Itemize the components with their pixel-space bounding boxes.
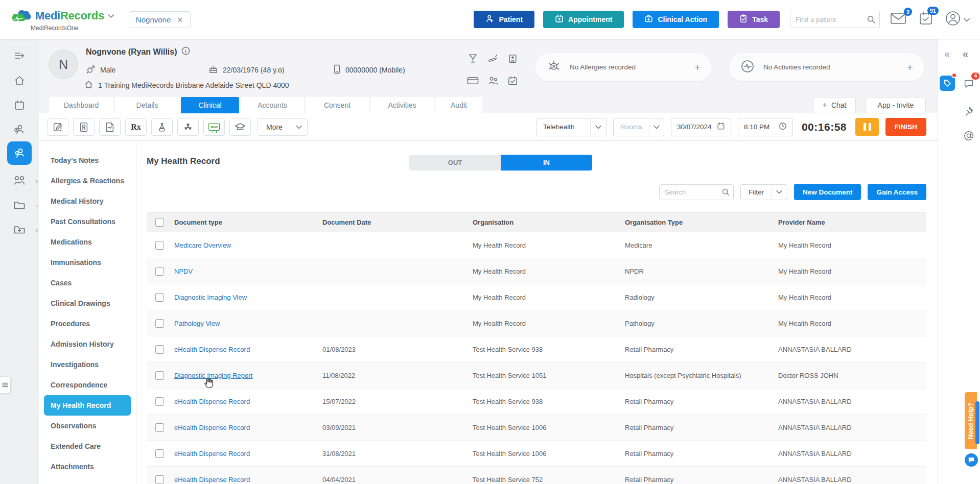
close-icon[interactable]: ✕ bbox=[177, 16, 183, 23]
pause-button[interactable] bbox=[855, 118, 879, 136]
app-invite-button[interactable]: App - Invite bbox=[866, 97, 926, 113]
toggle-out[interactable]: OUT bbox=[409, 155, 501, 171]
document-type-link[interactable]: eHealth Dispense Record bbox=[174, 424, 250, 431]
letter-button[interactable] bbox=[99, 118, 121, 136]
certificate-button[interactable] bbox=[73, 118, 95, 136]
tab-activities[interactable]: Activities bbox=[370, 97, 434, 113]
appointments-calendar-icon[interactable] bbox=[507, 76, 518, 88]
row-checkbox[interactable] bbox=[155, 449, 164, 458]
tab-accounts[interactable]: Accounts bbox=[241, 97, 304, 113]
add-activity-button[interactable]: + bbox=[897, 61, 913, 74]
alcohol-icon[interactable] bbox=[468, 53, 478, 66]
medicare-card-icon[interactable] bbox=[467, 76, 479, 88]
rooms-select[interactable]: Rooms bbox=[613, 118, 664, 136]
chat-button[interactable]: + Chat bbox=[813, 97, 856, 113]
sidebar-item-clinical-drawings[interactable]: Clinical Drawings bbox=[44, 293, 131, 313]
document-type-link[interactable]: eHealth Dispense Record bbox=[174, 476, 250, 483]
sidebar-item-today-s-notes[interactable]: Today's Notes bbox=[44, 150, 131, 171]
task-button[interactable]: Task bbox=[728, 11, 780, 28]
appointment-button[interactable]: Appointment bbox=[543, 11, 624, 28]
groups-icon[interactable]: › bbox=[7, 170, 32, 191]
calendar-icon[interactable] bbox=[7, 94, 32, 116]
mhr-button[interactable]: MHR bbox=[203, 118, 225, 136]
tab-consent[interactable]: Consent bbox=[306, 97, 369, 113]
sidebar-item-medications[interactable]: Medications bbox=[44, 232, 131, 252]
comments-panel-button[interactable]: 4 bbox=[962, 77, 976, 91]
consult-type-select[interactable]: Telehealth bbox=[536, 118, 606, 136]
add-allergy-button[interactable]: + bbox=[684, 61, 701, 74]
progress-note-button[interactable] bbox=[47, 118, 68, 136]
sidebar-item-observations[interactable]: Observations bbox=[44, 416, 131, 436]
document-type-link[interactable]: Pathology View bbox=[174, 320, 220, 327]
sidebar-item-medical-history[interactable]: Medical History bbox=[44, 191, 131, 211]
document-type-link[interactable]: eHealth Dispense Record bbox=[174, 398, 250, 405]
help-chat-bubble-icon[interactable] bbox=[965, 453, 978, 467]
sidebar-item-past-consultations[interactable]: Past Consultations bbox=[44, 211, 131, 232]
waiting-room-icon[interactable] bbox=[7, 119, 32, 140]
row-checkbox[interactable] bbox=[155, 423, 164, 432]
family-icon[interactable] bbox=[487, 76, 499, 88]
filter-dropdown[interactable]: Filter bbox=[740, 184, 787, 200]
consult-time-input[interactable]: 8:10 PM bbox=[738, 118, 793, 136]
sidebar-item-extended-care[interactable]: Extended Care bbox=[44, 436, 131, 456]
select-all-checkbox[interactable] bbox=[155, 218, 164, 227]
home-icon[interactable] bbox=[7, 70, 32, 91]
brand-chevron-down-icon[interactable] bbox=[108, 11, 114, 20]
new-document-button[interactable]: New Document bbox=[794, 184, 861, 200]
document-type-link[interactable]: Diagnostic Imaging View bbox=[174, 294, 247, 301]
row-checkbox[interactable] bbox=[155, 293, 164, 302]
tab-audit[interactable]: Audit bbox=[435, 97, 482, 113]
collapse-panel-icon[interactable]: « bbox=[944, 48, 950, 60]
side-panel-handle[interactable] bbox=[0, 376, 11, 394]
row-checkbox[interactable] bbox=[155, 345, 164, 354]
finish-button[interactable]: FINISH bbox=[885, 118, 926, 136]
pathology-button[interactable] bbox=[151, 118, 173, 136]
info-icon[interactable] bbox=[181, 46, 190, 57]
sidebar-item-investigations[interactable]: Investigations bbox=[44, 354, 131, 375]
tab-clinical[interactable]: Clinical bbox=[181, 97, 239, 113]
education-button[interactable] bbox=[229, 118, 251, 136]
tab-details[interactable]: Details bbox=[115, 97, 179, 113]
sidebar-item-procedures[interactable]: Procedures bbox=[44, 313, 131, 334]
tab-dashboard[interactable]: Dashboard bbox=[49, 97, 113, 113]
folder-plus-icon[interactable]: › bbox=[7, 219, 32, 240]
more-chevron-down-icon[interactable] bbox=[291, 119, 307, 135]
consult-date-input[interactable]: 30/07/2024 bbox=[671, 118, 731, 136]
patients-nav-active[interactable] bbox=[7, 141, 32, 165]
sidebar-item-attachments[interactable]: Attachments bbox=[44, 456, 131, 477]
open-patient-tab[interactable]: Nognvone ✕ bbox=[129, 11, 191, 28]
find-a-patient-input[interactable] bbox=[790, 11, 879, 28]
sidebar-item-admission-history[interactable]: Admission History bbox=[44, 334, 131, 354]
folder-icon[interactable]: › bbox=[7, 195, 32, 216]
patient-button[interactable]: Patient bbox=[474, 11, 534, 28]
row-checkbox[interactable] bbox=[155, 475, 164, 484]
radiology-button[interactable] bbox=[177, 118, 199, 136]
document-search[interactable] bbox=[659, 184, 734, 200]
more-menu[interactable]: More bbox=[258, 118, 308, 136]
row-checkbox[interactable] bbox=[155, 397, 164, 406]
mentions-panel-button[interactable] bbox=[962, 129, 976, 143]
row-checkbox[interactable] bbox=[155, 371, 164, 380]
document-type-link[interactable]: eHealth Dispense Record bbox=[174, 450, 250, 457]
row-checkbox[interactable] bbox=[155, 267, 164, 276]
prescription-button[interactable]: Rx bbox=[125, 118, 147, 136]
sidebar-item-allergies-reactions[interactable]: Allergies & Reactions bbox=[44, 171, 131, 191]
sidebar-item-immunisations[interactable]: Immunisations bbox=[44, 252, 131, 273]
row-checkbox[interactable] bbox=[155, 319, 164, 328]
document-type-link[interactable]: eHealth Dispense Record bbox=[174, 346, 250, 353]
groups-expand-chevron-icon[interactable]: › bbox=[36, 177, 38, 185]
document-type-link[interactable]: Diagnostic Imaging Report bbox=[174, 372, 252, 379]
user-menu[interactable] bbox=[945, 11, 970, 28]
pin-panel-button[interactable] bbox=[962, 104, 976, 118]
toggle-in[interactable]: IN bbox=[501, 155, 592, 171]
folder-plus-expand-chevron-icon[interactable]: › bbox=[36, 226, 38, 234]
sidebar-item-my-health-record[interactable]: My Health Record bbox=[44, 395, 131, 416]
row-checkbox[interactable] bbox=[155, 241, 164, 250]
tasks-calendar-button[interactable]: 91 bbox=[919, 11, 933, 28]
smoking-icon[interactable] bbox=[487, 53, 499, 66]
sidebar-item-correspondence[interactable]: Correspondence bbox=[44, 375, 131, 395]
folder-expand-chevron-icon[interactable]: › bbox=[36, 202, 38, 209]
gain-access-button[interactable]: Gain Access bbox=[868, 184, 926, 200]
clinical-action-button[interactable]: Clinical Action bbox=[633, 11, 719, 28]
sidebar-item-cases[interactable]: Cases bbox=[44, 273, 131, 293]
